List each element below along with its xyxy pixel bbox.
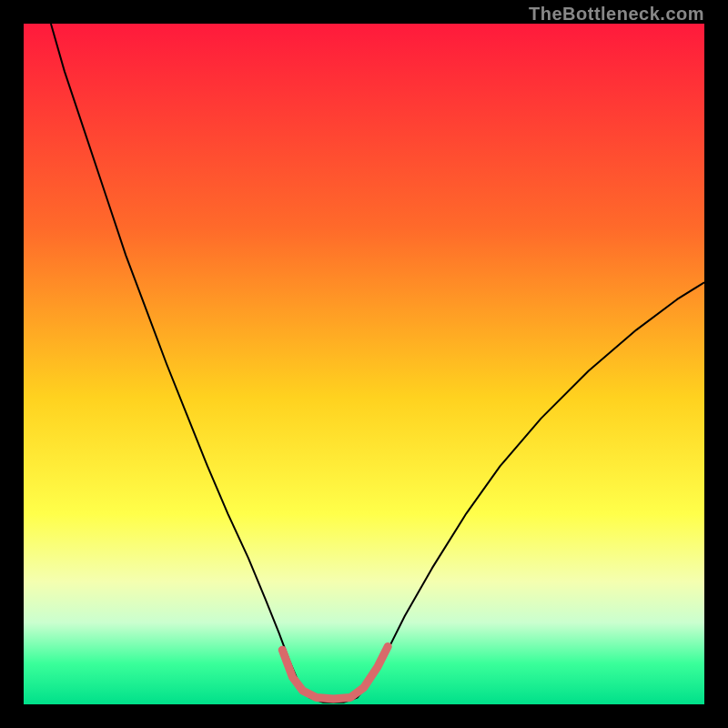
- plot-area: [24, 24, 704, 704]
- bottleneck-curve: [51, 24, 704, 703]
- chart-frame: TheBottleneck.com: [0, 0, 728, 728]
- watermark-text: TheBottleneck.com: [529, 4, 704, 25]
- curve-layer: [24, 24, 704, 704]
- optimal-zone: [282, 646, 388, 699]
